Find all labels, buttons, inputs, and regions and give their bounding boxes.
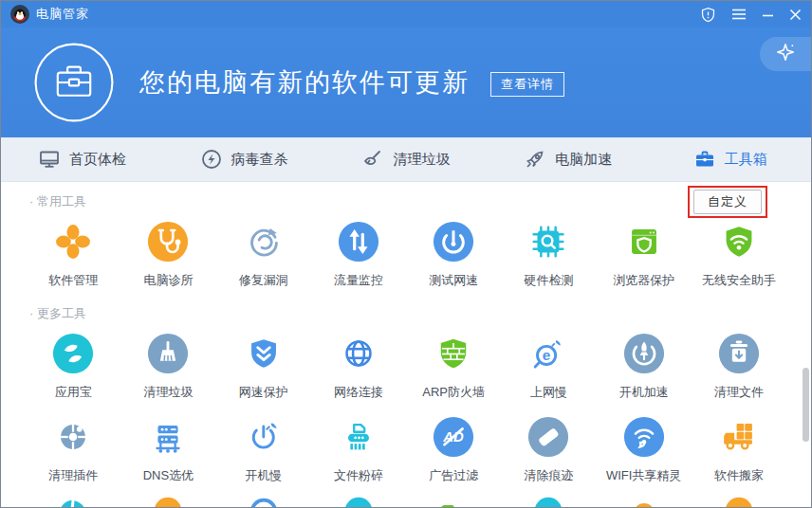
tool-label: 软件管理	[48, 272, 98, 288]
close-icon[interactable]	[789, 9, 802, 21]
tool-label: 清理垃圾	[143, 384, 193, 400]
tool-speed-test[interactable]: 测试网速	[406, 220, 501, 298]
annotation-red-box: 自定义	[688, 186, 767, 218]
main-tabbar: 首页体检病毒查杀清理垃圾电脑加速工具箱	[1, 137, 811, 182]
tool-label: 广告过滤	[429, 467, 478, 483]
window-title: 电脑管家	[36, 6, 89, 23]
eraser-icon	[526, 415, 570, 459]
rocket-tab-icon	[524, 148, 546, 171]
tool-label: DNS选优	[143, 467, 194, 483]
menu-icon[interactable]	[731, 8, 747, 21]
banner-message: 您的电脑有新的软件可更新	[139, 65, 470, 100]
tool-label: 测试网速	[429, 272, 478, 288]
monitor-icon	[38, 148, 61, 171]
chip-search-icon	[526, 220, 570, 263]
scrollbar-thumb[interactable]	[803, 368, 809, 442]
browser-shield-icon	[622, 220, 666, 263]
toolbox-icon	[693, 148, 716, 171]
tool-label: 文件粉碎	[334, 467, 383, 483]
e-rocket-icon: e	[526, 332, 570, 375]
stethoscope-icon	[146, 220, 190, 263]
p-dome-icon	[526, 493, 570, 508]
tool-label: 浏览器保护	[613, 272, 674, 288]
tool-partial-1[interactable]	[26, 493, 120, 508]
feedback-shield-icon[interactable]	[700, 7, 716, 23]
tool-browser-protect[interactable]: 浏览器保护	[597, 220, 692, 298]
tool-label: 清理插件	[48, 467, 98, 483]
arrows-updown-icon	[337, 220, 380, 263]
tab-pc-speedup[interactable]: 电脑加速	[487, 137, 649, 181]
tab-junk-clean[interactable]: 清理垃圾	[325, 137, 488, 181]
tab-label: 首页体检	[69, 151, 126, 169]
tool-wifi-share[interactable]: WIFI共享精灵	[597, 415, 692, 493]
tool-plugin-clean[interactable]: 清理插件	[26, 415, 120, 493]
tool-partial-8[interactable]	[692, 493, 786, 508]
globe-icon	[337, 332, 380, 375]
tool-label: 清理文件	[714, 384, 764, 400]
pinwheel-icon	[51, 220, 95, 263]
more-tools-grid-row1: 应用宝清理垃圾网速保护网络连接ARP防火墙e上网慢开机加速清理文件	[1, 326, 811, 409]
tool-file-clean[interactable]: 清理文件	[692, 332, 786, 409]
tool-wifi-security[interactable]: 无线安全助手	[692, 220, 786, 298]
tool-slow-boot[interactable]: 开机慢	[216, 415, 311, 493]
p-ring-icon	[242, 493, 286, 508]
tool-pc-clinic[interactable]: 电脑诊所	[120, 220, 215, 298]
tool-label: 网络连接	[334, 384, 383, 400]
more-tools-grid-partial	[1, 493, 811, 508]
p-frame-icon	[432, 493, 475, 508]
trash-download-icon	[717, 332, 761, 375]
tool-partial-5[interactable]	[406, 493, 501, 508]
tool-label: 上网慢	[530, 384, 567, 400]
view-details-button[interactable]: 查看详情	[490, 72, 564, 97]
tool-partial-7[interactable]	[597, 493, 692, 508]
tool-label: 开机加速	[619, 384, 669, 400]
toolbox-content: · 常用工具 自定义 软件管理电脑诊所修复漏洞流量监控测试网速硬件检测浏览器保护…	[1, 182, 811, 508]
tool-trace-clean[interactable]: 清除痕迹	[501, 415, 596, 493]
tool-file-shredder[interactable]: 文件粉碎	[311, 415, 406, 493]
tool-junk-clean[interactable]: 清理垃圾	[120, 332, 215, 409]
tool-software-move[interactable]: 软件搬家	[692, 415, 786, 493]
tab-label: 电脑加速	[555, 151, 612, 169]
tool-partial-4[interactable]	[311, 493, 406, 508]
tool-hardware-check[interactable]: 硬件检测	[501, 220, 596, 298]
appstore-swirl-icon	[51, 332, 95, 375]
tool-label: 无线安全助手	[702, 272, 776, 288]
puzzle-icon	[51, 415, 95, 459]
tool-partial-3[interactable]	[216, 493, 311, 508]
section-title: · 更多工具	[29, 306, 86, 320]
tool-slow-internet[interactable]: e上网慢	[501, 332, 596, 409]
tab-toolbox[interactable]: 工具箱	[649, 137, 811, 181]
tool-traffic-monitor[interactable]: 流量监控	[311, 220, 406, 298]
tool-label: 软件搬家	[714, 467, 764, 483]
broom-icon	[146, 332, 190, 375]
tool-label: 开机慢	[245, 467, 282, 483]
tool-label: 电脑诊所	[143, 272, 193, 288]
sparkle-icon	[775, 42, 796, 66]
tool-dns-optimize[interactable]: DNS选优	[120, 415, 215, 493]
customize-button[interactable]: 自定义	[693, 190, 762, 214]
rocket-power-icon	[622, 332, 666, 375]
vuln-swirl-icon	[242, 220, 286, 263]
tool-app-store[interactable]: 应用宝	[26, 332, 120, 409]
tab-home-checkup[interactable]: 首页体检	[1, 137, 163, 181]
tool-software-manager[interactable]: 软件管理	[26, 220, 120, 298]
tool-ad-filter[interactable]: AD广告过滤	[406, 415, 501, 493]
tool-label: WIFI共享精灵	[606, 467, 681, 483]
tool-label: 清除痕迹	[524, 467, 573, 483]
tool-partial-6[interactable]	[501, 493, 596, 508]
tab-label: 工具箱	[725, 151, 767, 169]
server-stack-icon	[146, 415, 190, 459]
window-controls	[700, 7, 802, 23]
app-window: 电脑管家	[0, 0, 812, 508]
tab-virus-scan[interactable]: 病毒查杀	[163, 137, 325, 181]
common-tools-grid: 软件管理电脑诊所修复漏洞流量监控测试网速硬件检测浏览器保护无线安全助手	[1, 214, 811, 298]
tool-netspeed-protect[interactable]: 网速保护	[216, 332, 311, 409]
tool-partial-2[interactable]	[120, 493, 215, 508]
tool-label: 流量监控	[334, 272, 383, 288]
minimize-icon[interactable]	[762, 9, 774, 21]
tool-vuln-fix[interactable]: 修复漏洞	[216, 220, 311, 298]
tool-network-connection[interactable]: 网络连接	[311, 332, 406, 409]
tool-boot-speedup[interactable]: 开机加速	[597, 332, 692, 409]
tool-arp-firewall[interactable]: ARP防火墙	[406, 332, 501, 409]
sparkle-pill[interactable]	[760, 37, 811, 71]
